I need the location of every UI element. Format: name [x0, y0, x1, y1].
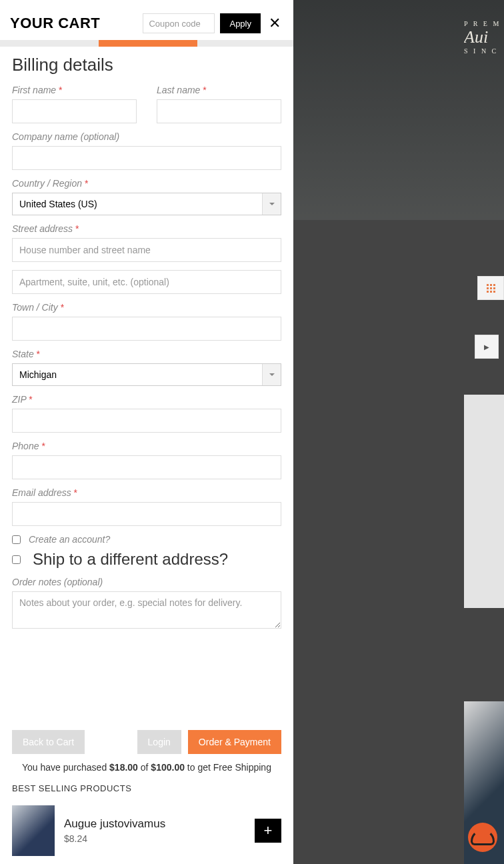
state-value: Michigan — [19, 369, 57, 380]
country-select[interactable]: United States (US) — [12, 193, 281, 215]
product-info: Augue justovivamus $8.24 — [64, 817, 245, 844]
brand-logo: P R E M Aui S I N C — [464, 20, 504, 87]
state-select[interactable]: Michigan — [12, 363, 281, 386]
order-notes-label: Order notes (optional) — [12, 577, 281, 587]
product-thumbnail[interactable] — [12, 805, 55, 856]
drawer-header: YOUR CART Apply ✕ — [0, 0, 293, 40]
best-selling-title: BEST SELLING PRODUCTS — [0, 779, 293, 797]
ship-different-label: Ship to a different address? — [33, 550, 228, 569]
last-name-input[interactable] — [157, 99, 281, 123]
progress-step-2 — [99, 40, 197, 47]
cart-title: YOUR CART — [10, 15, 137, 32]
chevron-down-icon — [262, 193, 281, 215]
checkout-progress — [0, 40, 293, 47]
ship-different-checkbox[interactable] — [12, 555, 21, 564]
chevron-down-icon — [262, 364, 281, 385]
progress-step-1 — [0, 40, 99, 47]
footer-buttons: Back to Cart Login Order & Payment — [0, 722, 293, 759]
city-label: Town / City * — [12, 302, 281, 313]
best-selling-item: Augue justovivamus $8.24 + — [0, 797, 293, 864]
last-name-label: Last name * — [157, 85, 281, 95]
grid-icon — [487, 284, 495, 293]
email-label: Email address * — [12, 487, 281, 498]
coupon-input[interactable] — [143, 13, 215, 33]
product-card-1[interactable] — [464, 395, 504, 608]
product-name[interactable]: Augue justovivamus — [64, 817, 245, 831]
city-input[interactable] — [12, 317, 281, 341]
create-account-label: Create an account? — [29, 534, 110, 545]
progress-step-3 — [197, 40, 293, 47]
plus-icon: + — [264, 822, 273, 839]
back-to-cart-button[interactable]: Back to Cart — [12, 730, 85, 754]
phone-input[interactable] — [12, 455, 281, 479]
country-label: Country / Region * — [12, 178, 281, 189]
first-name-label: First name * — [12, 85, 137, 95]
state-label: State * — [12, 349, 281, 359]
street1-input[interactable] — [12, 238, 281, 262]
order-notes-textarea[interactable] — [12, 591, 281, 629]
create-account-checkbox[interactable] — [12, 535, 21, 544]
first-name-input[interactable] — [12, 99, 137, 123]
order-payment-button[interactable]: Order & Payment — [188, 730, 281, 754]
login-button[interactable]: Login — [137, 730, 181, 754]
apply-coupon-button[interactable]: Apply — [220, 13, 261, 33]
carousel-next-button[interactable]: ▶ — [475, 335, 499, 359]
billing-title: Billing details — [12, 55, 281, 75]
company-label: Company name (optional) — [12, 131, 281, 142]
country-value: United States (US) — [19, 199, 97, 209]
close-icon[interactable]: ✕ — [266, 15, 283, 32]
support-avatar[interactable] — [468, 823, 497, 852]
zip-input[interactable] — [12, 409, 281, 433]
free-shipping-message: You have purchased $18.00 of $100.00 to … — [0, 759, 293, 779]
street-label: Street address * — [12, 223, 281, 234]
company-input[interactable] — [12, 146, 281, 170]
grid-view-button[interactable] — [477, 276, 504, 300]
street2-input[interactable] — [12, 270, 281, 294]
product-price: $8.24 — [64, 833, 245, 844]
email-input[interactable] — [12, 502, 281, 526]
cart-drawer: YOUR CART Apply ✕ Billing details First … — [0, 0, 293, 864]
add-to-cart-button[interactable]: + — [255, 819, 281, 843]
zip-label: ZIP * — [12, 394, 281, 405]
billing-form: Billing details First name * Last name *… — [0, 47, 293, 722]
phone-label: Phone * — [12, 441, 281, 451]
